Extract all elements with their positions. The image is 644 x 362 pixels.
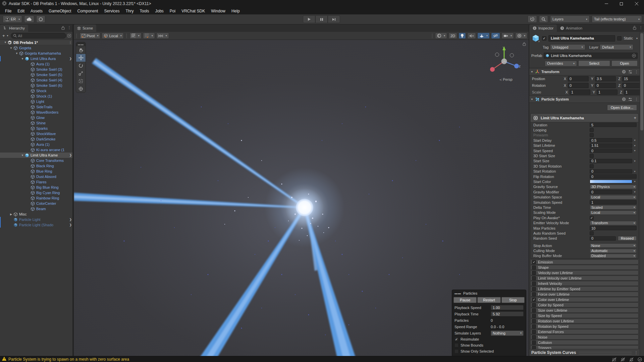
- module-checkbox[interactable]: [532, 319, 536, 323]
- playback-speed-field[interactable]: 1.00: [491, 305, 524, 310]
- menu-file[interactable]: File: [2, 8, 14, 14]
- module-checkbox[interactable]: [532, 335, 536, 339]
- scene-visibility-toggle[interactable]: [491, 33, 500, 39]
- foldout-caret-icon[interactable]: ▶: [9, 213, 13, 216]
- hierarchy-item-glow[interactable]: Glow: [0, 115, 72, 120]
- scaling-mode-dropdown[interactable]: Local▾: [590, 210, 637, 215]
- module-color-over-lifetime[interactable]: Color over Lifetime: [530, 297, 639, 302]
- view-hand-tool[interactable]: [76, 46, 86, 54]
- help-icon[interactable]: ?: [622, 97, 626, 101]
- prefab-open-button[interactable]: Open: [611, 60, 638, 66]
- curve-mode-dropdown-icon[interactable]: ▾: [633, 160, 637, 163]
- module-shape[interactable]: Shape: [530, 265, 639, 270]
- module-checkbox[interactable]: [532, 324, 536, 328]
- simulation-space-dropdown[interactable]: Local▾: [590, 195, 637, 199]
- add-module-icon[interactable]: +: [634, 115, 636, 120]
- scale-y-field[interactable]: 1: [597, 89, 618, 95]
- module-checkbox[interactable]: [532, 265, 536, 269]
- foldout-caret-icon[interactable]: ▼: [3, 41, 7, 44]
- object-picker-icon[interactable]: [632, 54, 636, 58]
- prefab-object-field[interactable]: Limit Ultra Kamehameha: [544, 53, 638, 59]
- overlay-check-show-bounds[interactable]: Show Bounds: [452, 342, 526, 348]
- tab-hierarchy[interactable]: Hierarchy: [0, 24, 28, 32]
- module-velocity-over-lifetime[interactable]: Velocity over Lifetime: [530, 270, 639, 275]
- status-bar[interactable]: Particle System is trying to spawn on a …: [0, 356, 644, 362]
- open-prefab-arrow-icon[interactable]: ❯: [69, 57, 72, 60]
- create-object-button[interactable]: +▾: [1, 33, 9, 38]
- module-limit-velocity-over-lifetime[interactable]: Limit Velocity over Lifetime: [530, 276, 639, 281]
- hierarchy-item-db-prefabs-1-[interactable]: ▼DB Prefabs 1*⋮: [0, 40, 72, 45]
- 2d-toggle[interactable]: 2D: [448, 33, 457, 39]
- maximize-button[interactable]: [614, 0, 629, 7]
- hierarchy-item-smoke-swirl-3-[interactable]: Smoke Swirl (3): [0, 67, 72, 72]
- reseed-button[interactable]: Reseed: [618, 236, 637, 241]
- gizmo-lock-icon[interactable]: [523, 42, 526, 46]
- menu-thry[interactable]: Thry: [122, 8, 137, 14]
- scrollbar-thumb[interactable]: [640, 33, 643, 130]
- emitter-velocity-mode-dropdown[interactable]: Transform▾: [590, 221, 637, 225]
- open-prefab-arrow-icon[interactable]: ❯: [69, 223, 72, 227]
- curves-drag-handle[interactable]: [579, 352, 632, 354]
- move-tool[interactable]: [76, 54, 86, 62]
- snap-toggle-dropdown[interactable]: ▾: [143, 33, 155, 39]
- hierarchy-item-gogeta[interactable]: ▼Gogeta: [0, 45, 72, 51]
- module-external-forces[interactable]: External Forces: [530, 329, 639, 334]
- curve-mode-dropdown-icon[interactable]: ▾: [633, 170, 637, 173]
- transform-header[interactable]: ▼ Transform ? ⋮: [529, 68, 640, 75]
- hierarchy-item-particle-light-shado[interactable]: Particle Light (Shado❯: [0, 222, 72, 228]
- simulation-speed-field[interactable]: 1: [590, 200, 637, 204]
- module-checkbox[interactable]: [532, 292, 536, 296]
- hierarchy-item-colorcenter[interactable]: ColorCenter: [0, 201, 72, 206]
- curves-menu-icon[interactable]: ⋮: [634, 351, 638, 355]
- inspector-scrollbar[interactable]: [640, 32, 644, 356]
- menu-vrchat-sdk[interactable]: VRChat SDK: [178, 8, 208, 14]
- presets-icon[interactable]: [628, 98, 632, 101]
- module-inherit-velocity[interactable]: Inherit Velocity: [530, 281, 639, 286]
- close-button[interactable]: [629, 0, 644, 7]
- foldout-caret-icon[interactable]: ▼: [531, 70, 533, 73]
- module-lifetime-by-emitter-speed[interactable]: Lifetime by Emitter Speed: [530, 286, 639, 291]
- hierarchy-item-light[interactable]: Light: [0, 99, 72, 104]
- picker-icon[interactable]: [67, 34, 71, 38]
- position-y-field[interactable]: 3.5: [595, 76, 616, 81]
- menu-services[interactable]: Services: [101, 8, 122, 14]
- module-collision[interactable]: Collision: [530, 340, 639, 345]
- transform-tool[interactable]: [76, 85, 86, 93]
- palette-drag-handle[interactable]: ▬▬: [76, 42, 86, 46]
- lock-icon[interactable]: [633, 26, 636, 30]
- module-checkbox[interactable]: [532, 282, 536, 286]
- hierarchy-item-sparks[interactable]: Sparks: [0, 126, 72, 131]
- scale-tool[interactable]: [76, 69, 86, 77]
- checkbox[interactable]: [454, 349, 459, 353]
- stop-action-dropdown[interactable]: None▾: [590, 243, 637, 248]
- curve-mode-dropdown-icon[interactable]: ▾: [633, 190, 637, 193]
- play-on-awake--checkbox[interactable]: [590, 216, 594, 220]
- foldout-caret-icon[interactable]: ▼: [20, 154, 24, 157]
- module-checkbox[interactable]: [532, 287, 536, 291]
- play-button[interactable]: [303, 15, 315, 23]
- particle-system-curves-bar[interactable]: Particle System Curves ⋮: [529, 349, 640, 356]
- hierarchy-item-misc[interactable]: ▶Misc: [0, 212, 72, 217]
- projection-label[interactable]: ≺ Persp: [499, 77, 513, 81]
- component-menu-icon[interactable]: ⋮: [635, 70, 638, 74]
- flip-rotation-field[interactable]: 0: [590, 174, 637, 179]
- tab-animation[interactable]: Animation: [557, 24, 586, 32]
- hierarchy-item-shine[interactable]: Shine: [0, 120, 72, 126]
- notifications-muted-icon[interactable]: [629, 357, 634, 362]
- module-checkbox[interactable]: [532, 308, 536, 312]
- module-checkbox[interactable]: [532, 298, 536, 302]
- random-seed-field[interactable]: 0: [590, 236, 616, 241]
- scene-menu-icon[interactable]: ⋮: [69, 41, 72, 44]
- gravity-source-dropdown[interactable]: 3D Physics▾: [590, 185, 637, 189]
- delta-time-dropdown[interactable]: Scaled▾: [590, 205, 637, 209]
- menu-assets[interactable]: Assets: [28, 8, 46, 14]
- module-size-by-speed[interactable]: Size by Speed: [530, 313, 639, 318]
- start-rotation-field[interactable]: 0: [590, 169, 632, 174]
- 3d-start-rotation-checkbox[interactable]: [590, 164, 594, 168]
- overlay-drag-handle[interactable]: ▬▬: [454, 292, 461, 295]
- gravity-modifier-field[interactable]: 0: [590, 190, 632, 194]
- shading-mode-dropdown[interactable]: ▾: [435, 33, 447, 39]
- rect-tool[interactable]: [76, 77, 86, 85]
- module-rotation-by-speed[interactable]: Rotation by Speed: [530, 324, 639, 329]
- open-prefab-arrow-icon[interactable]: ❯: [69, 218, 72, 221]
